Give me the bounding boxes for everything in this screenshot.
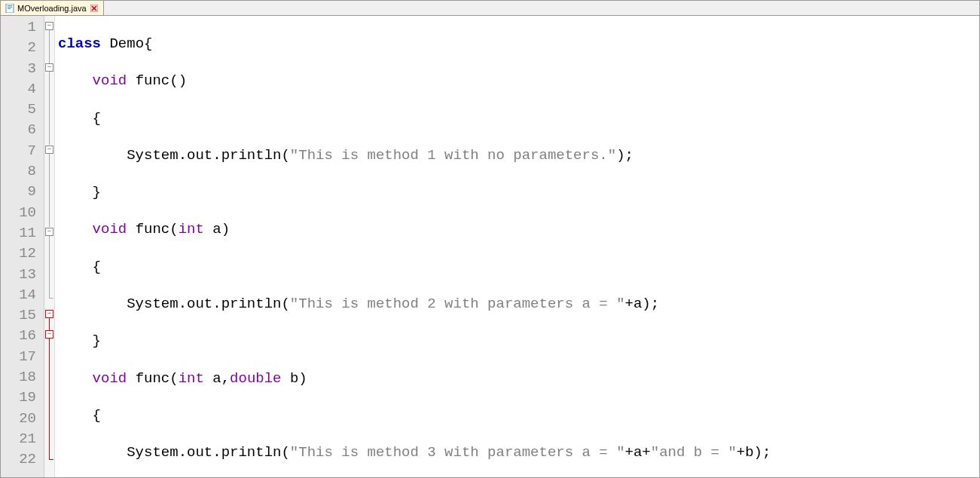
fold-guide bbox=[49, 339, 50, 459]
fold-toggle-icon[interactable]: − bbox=[45, 22, 53, 30]
fold-end bbox=[49, 459, 53, 460]
code-line[interactable]: class Demo{ bbox=[55, 34, 979, 54]
fold-guide bbox=[49, 318, 50, 331]
line-number: 3 bbox=[1, 59, 44, 79]
tab-filename: MOverloading.java bbox=[17, 4, 87, 13]
svg-rect-3 bbox=[8, 8, 11, 9]
fold-end bbox=[49, 298, 53, 299]
line-number: 13 bbox=[1, 265, 44, 285]
line-number: 21 bbox=[1, 429, 44, 449]
close-icon[interactable] bbox=[90, 4, 99, 13]
fold-toggle-icon[interactable]: − bbox=[45, 63, 53, 72]
line-number-gutter: 1 2 3 4 5 6 7 8 9 10 11 12 13 14 15 16 1… bbox=[1, 16, 44, 478]
fold-guide bbox=[49, 154, 50, 227]
line-number: 12 bbox=[1, 244, 44, 264]
fold-toggle-icon[interactable]: − bbox=[45, 330, 53, 339]
java-file-icon bbox=[5, 4, 14, 13]
line-number: 2 bbox=[1, 38, 44, 58]
code-line[interactable]: void func() bbox=[55, 71, 979, 91]
fold-toggle-icon[interactable]: − bbox=[45, 146, 53, 154]
code-line[interactable]: System.out.println("This is method 3 wit… bbox=[55, 443, 979, 463]
code-line[interactable]: System.out.println("This is method 1 wit… bbox=[55, 146, 979, 166]
fold-guide bbox=[49, 30, 50, 64]
code-line[interactable]: System.out.println("This is method 2 wit… bbox=[55, 294, 979, 314]
line-number: 1 bbox=[1, 17, 44, 38]
code-editor[interactable]: 1 2 3 4 5 6 7 8 9 10 11 12 13 14 15 16 1… bbox=[1, 16, 979, 478]
line-number: 14 bbox=[1, 285, 44, 305]
code-line[interactable]: } bbox=[55, 182, 979, 203]
line-number: 4 bbox=[1, 79, 44, 100]
fold-toggle-icon[interactable]: − bbox=[45, 228, 53, 236]
svg-rect-2 bbox=[8, 7, 12, 8]
line-number: 15 bbox=[1, 305, 44, 326]
line-number: 19 bbox=[1, 388, 44, 408]
line-number: 17 bbox=[1, 347, 44, 367]
code-line[interactable]: { bbox=[55, 109, 979, 129]
fold-toggle-icon[interactable]: − bbox=[45, 310, 53, 318]
code-line[interactable]: } bbox=[55, 331, 979, 351]
line-number: 7 bbox=[1, 141, 44, 161]
fold-column: − − − − − − bbox=[44, 16, 55, 478]
line-number: 8 bbox=[1, 161, 44, 182]
code-line[interactable]: { bbox=[55, 257, 979, 277]
code-line[interactable]: { bbox=[55, 406, 979, 426]
code-line[interactable]: void func(int a,double b) bbox=[55, 369, 979, 389]
tab-bar: MOverloading.java bbox=[1, 1, 979, 16]
line-number: 18 bbox=[1, 367, 44, 388]
line-number: 16 bbox=[1, 326, 44, 346]
line-number: 5 bbox=[1, 100, 44, 120]
line-number: 20 bbox=[1, 409, 44, 429]
code-content[interactable]: class Demo{ void func() { System.out.pri… bbox=[55, 16, 979, 478]
line-number: 22 bbox=[1, 449, 44, 470]
file-tab[interactable]: MOverloading.java bbox=[1, 1, 104, 15]
line-number: 11 bbox=[1, 223, 44, 244]
line-number: 10 bbox=[1, 203, 44, 223]
line-number: 6 bbox=[1, 120, 44, 140]
fold-guide bbox=[49, 236, 50, 298]
fold-guide bbox=[49, 72, 50, 145]
code-line[interactable]: void func(int a) bbox=[55, 219, 979, 240]
line-number: 9 bbox=[1, 182, 44, 202]
svg-rect-1 bbox=[8, 5, 12, 6]
